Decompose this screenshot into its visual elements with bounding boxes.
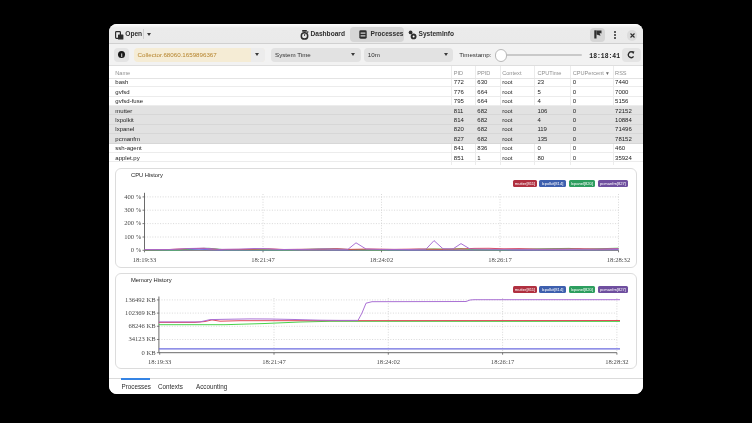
svg-text:136492 KB: 136492 KB <box>125 296 156 303</box>
svg-text:18:26:17: 18:26:17 <box>488 256 512 263</box>
svg-text:102369 KB: 102369 KB <box>125 309 156 316</box>
svg-text:18:28:32: 18:28:32 <box>607 256 630 263</box>
svg-text:18:26:17: 18:26:17 <box>491 358 515 365</box>
svg-text:18:21:47: 18:21:47 <box>251 256 275 263</box>
svg-text:18:24:02: 18:24:02 <box>377 358 400 365</box>
svg-text:18:21:47: 18:21:47 <box>262 358 286 365</box>
svg-text:18:19:33: 18:19:33 <box>148 358 172 365</box>
svg-text:200 %: 200 % <box>124 219 142 226</box>
svg-text:0 KB: 0 KB <box>142 349 157 356</box>
svg-text:300 %: 300 % <box>124 206 142 213</box>
svg-text:18:19:33: 18:19:33 <box>133 256 157 263</box>
svg-text:18:28:32: 18:28:32 <box>605 358 628 365</box>
svg-text:0 %: 0 % <box>131 246 142 253</box>
svg-text:100 %: 100 % <box>124 233 142 240</box>
svg-text:34123 KB: 34123 KB <box>128 335 156 342</box>
svg-text:18:24:02: 18:24:02 <box>370 256 393 263</box>
svg-text:68246 KB: 68246 KB <box>128 322 156 329</box>
svg-text:400 %: 400 % <box>124 193 142 200</box>
